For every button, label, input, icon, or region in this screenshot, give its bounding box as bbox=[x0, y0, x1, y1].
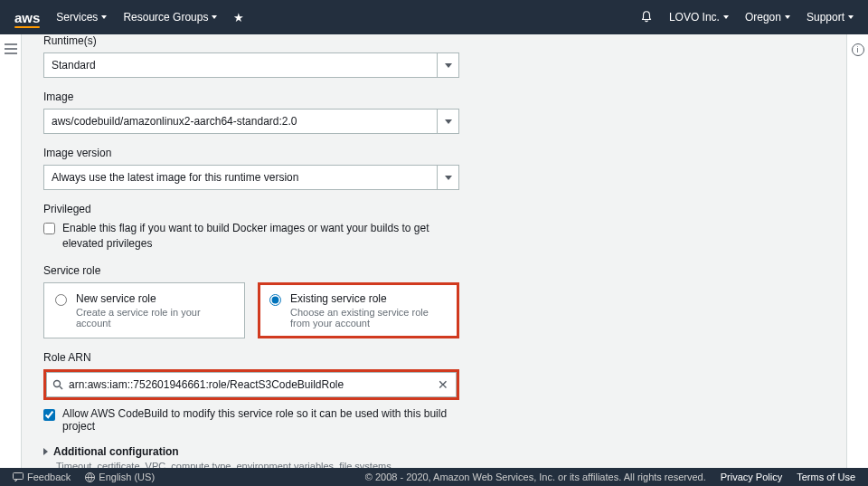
runtime-select[interactable]: Standard bbox=[43, 52, 459, 78]
allow-modify-checkbox[interactable] bbox=[43, 409, 55, 421]
clear-icon[interactable]: ✕ bbox=[430, 377, 456, 392]
chevron-down-icon bbox=[212, 15, 217, 19]
left-rail bbox=[0, 34, 22, 468]
nav-support[interactable]: Support bbox=[807, 11, 854, 24]
chevron-down-icon bbox=[785, 15, 790, 19]
existing-service-role-radio[interactable] bbox=[269, 294, 281, 306]
nav-services[interactable]: Services bbox=[56, 11, 107, 24]
search-icon bbox=[47, 379, 69, 390]
privileged-group: Privileged Enable this flag if you want … bbox=[43, 203, 459, 252]
chevron-right-icon bbox=[43, 448, 48, 455]
privileged-checkbox[interactable] bbox=[43, 223, 55, 234]
main-content: Runtime(s) Standard Image aws/codebuild/… bbox=[22, 34, 846, 468]
runtime-value: Standard bbox=[43, 52, 459, 78]
image-version-value: Always use the latest image for this run… bbox=[43, 165, 459, 190]
role-arn-label: Role ARN bbox=[43, 351, 459, 364]
new-service-role-desc: Create a service role in your account bbox=[76, 307, 233, 329]
pin-icon[interactable]: ★ bbox=[233, 11, 244, 24]
role-arn-input[interactable] bbox=[69, 373, 430, 396]
info-icon[interactable]: i bbox=[852, 43, 864, 56]
new-service-role-tile[interactable]: New service role Create a service role i… bbox=[43, 282, 245, 338]
nav-resource-groups-label: Resource Groups bbox=[123, 11, 208, 24]
existing-service-role-title: Existing service role bbox=[290, 292, 448, 305]
runtime-group: Runtime(s) Standard bbox=[43, 34, 459, 78]
aws-logo[interactable]: aws bbox=[14, 10, 40, 25]
service-role-group: Service role New service role Create a s… bbox=[43, 264, 459, 338]
bell-icon[interactable] bbox=[640, 10, 653, 25]
role-arn-group: Role ARN ✕ Allow AWS CodeBuild to modify… bbox=[43, 351, 459, 433]
image-group: Image aws/codebuild/amazonlinux2-aarch64… bbox=[43, 91, 459, 134]
nav-support-label: Support bbox=[807, 11, 844, 24]
new-service-role-radio[interactable] bbox=[55, 294, 67, 306]
top-nav: aws Services Resource Groups ★ LOVO Inc.… bbox=[0, 0, 868, 34]
chevron-down-icon bbox=[848, 15, 854, 19]
right-rail: i bbox=[846, 34, 868, 468]
privileged-label: Privileged bbox=[43, 203, 459, 215]
nav-services-label: Services bbox=[56, 11, 98, 24]
additional-config-desc: Timeout, certificate, VPC, compute type,… bbox=[56, 461, 459, 468]
image-version-group: Image version Always use the latest imag… bbox=[43, 147, 459, 190]
image-value: aws/codebuild/amazonlinux2-aarch64-stand… bbox=[43, 109, 459, 134]
menu-icon[interactable] bbox=[5, 43, 17, 57]
chevron-down-icon bbox=[723, 15, 729, 19]
runtime-label: Runtime(s) bbox=[43, 34, 459, 47]
additional-config-title: Additional configuration bbox=[53, 445, 179, 458]
image-version-select[interactable]: Always use the latest image for this run… bbox=[43, 165, 459, 190]
privileged-checkbox-label: Enable this flag if you want to build Do… bbox=[62, 221, 459, 252]
image-select[interactable]: aws/codebuild/amazonlinux2-aarch64-stand… bbox=[43, 109, 459, 134]
service-role-label: Service role bbox=[43, 264, 459, 277]
image-version-label: Image version bbox=[43, 147, 459, 159]
existing-service-role-tile[interactable]: Existing service role Choose an existing… bbox=[258, 282, 459, 338]
nav-account[interactable]: LOVO Inc. bbox=[669, 11, 729, 24]
chevron-down-icon bbox=[101, 15, 107, 19]
nav-account-label: LOVO Inc. bbox=[669, 11, 720, 24]
image-label: Image bbox=[43, 91, 459, 103]
nav-region[interactable]: Oregon bbox=[745, 11, 790, 24]
new-service-role-title: New service role bbox=[76, 292, 233, 305]
svg-point-3 bbox=[54, 380, 61, 386]
role-arn-highlighted: ✕ bbox=[43, 369, 459, 400]
existing-service-role-desc: Choose an existing service role from you… bbox=[290, 307, 448, 329]
allow-modify-label: Allow AWS CodeBuild to modify this servi… bbox=[62, 407, 459, 433]
additional-config-expander[interactable]: Additional configuration Timeout, certif… bbox=[43, 445, 459, 468]
svg-line-4 bbox=[60, 386, 62, 389]
nav-region-label: Oregon bbox=[745, 11, 781, 24]
nav-resource-groups[interactable]: Resource Groups bbox=[123, 11, 217, 24]
